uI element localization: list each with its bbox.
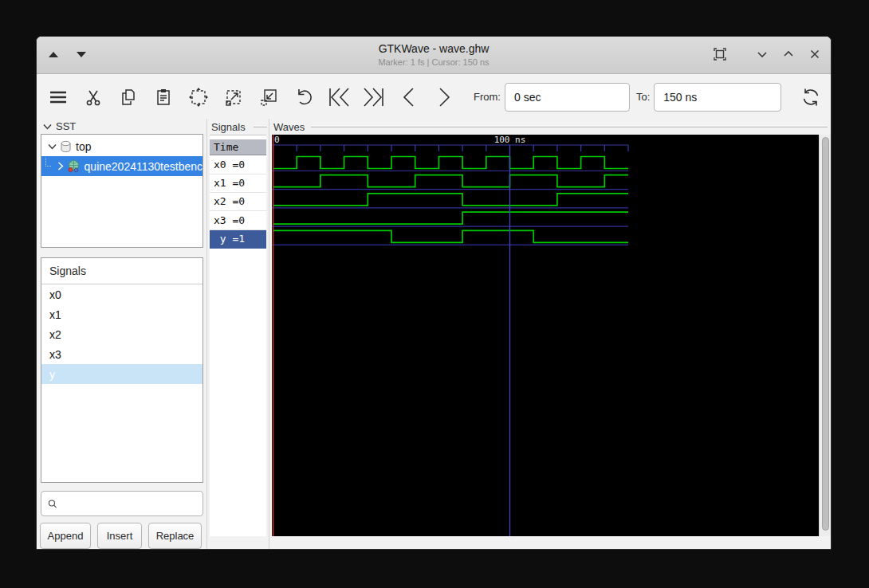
pane-splitter-right[interactable] — [269, 119, 269, 550]
svg-text:100 ns: 100 ns — [494, 135, 526, 145]
chevron-up-icon — [782, 48, 795, 61]
step-back-button[interactable] — [397, 84, 421, 111]
svg-text:0: 0 — [274, 135, 280, 145]
wave-vertical-scrollbar[interactable] — [819, 135, 831, 536]
go-to-start-button[interactable] — [327, 84, 351, 111]
chevron-left-icon — [399, 86, 419, 108]
tree-guide-lines — [45, 158, 51, 167]
tree-item-testbench[interactable]: quine20241130testbenc — [41, 156, 203, 176]
values-frame-line — [254, 127, 267, 127]
copy-button[interactable] — [116, 84, 140, 111]
signal-item-x0[interactable]: x0 — [41, 284, 203, 304]
tree-item-top[interactable]: top — [41, 136, 203, 156]
cut-button[interactable] — [81, 84, 105, 111]
paste-button[interactable] — [151, 84, 175, 111]
main-content: SST top — [37, 119, 831, 550]
go-to-end-icon — [362, 86, 386, 108]
signal-item-y[interactable]: y — [41, 364, 203, 384]
values-frame-label: Signals — [211, 121, 246, 133]
window-controls — [712, 46, 823, 62]
close-button[interactable] — [807, 46, 823, 62]
expander-open-icon[interactable] — [46, 143, 57, 150]
pane-splitter-left[interactable] — [206, 119, 207, 550]
paste-icon — [153, 87, 174, 108]
value-row-y[interactable]: y =1 — [210, 230, 266, 249]
undo-button[interactable] — [292, 84, 316, 111]
chevron-right-icon — [434, 86, 454, 108]
tree-item-label: top — [76, 140, 91, 153]
signal-list: Signals x0 x1 x2 x3 y — [41, 257, 203, 483]
from-input[interactable] — [505, 83, 630, 112]
sst-header[interactable]: SST — [43, 120, 76, 132]
go-to-end-button[interactable] — [362, 84, 386, 111]
wave-vertical-scrollbar-thumb[interactable] — [822, 137, 829, 531]
instance-icon — [67, 159, 81, 173]
zoom-fit-icon — [187, 86, 210, 108]
zoom-out-icon — [258, 86, 280, 108]
copy-icon — [118, 87, 139, 108]
zoom-out-button[interactable] — [257, 84, 281, 111]
sst-tree: top quine20241130testbenc — [41, 134, 203, 248]
search-icon — [48, 498, 57, 510]
zoom-in-icon — [222, 86, 245, 108]
wave-canvas[interactable]: 0100 ns — [272, 135, 819, 536]
undo-icon — [293, 86, 315, 108]
value-row-x1[interactable]: x1 =0 — [210, 174, 266, 193]
waves-frame-line — [311, 127, 828, 127]
value-row-x0[interactable]: x0 =0 — [210, 156, 266, 174]
step-forward-button[interactable] — [432, 84, 456, 111]
replace-button[interactable]: Replace — [148, 523, 202, 549]
tree-item-label: quine20241130testbenc — [85, 160, 203, 173]
close-icon — [808, 48, 821, 61]
signal-item-x3[interactable]: x3 — [41, 344, 203, 364]
waveform-plot[interactable]: 0100 ns — [272, 135, 819, 536]
menu-icon — [47, 87, 69, 108]
insert-button[interactable]: Insert — [97, 523, 142, 549]
gtkwave-window: GTKWave - wave.ghw Marker: 1 fs | Cursor… — [36, 36, 832, 550]
append-button[interactable]: Append — [40, 523, 91, 549]
value-row-x2[interactable]: x2 =0 — [210, 193, 266, 211]
reload-icon — [800, 86, 822, 108]
to-input[interactable] — [654, 83, 781, 112]
search-input[interactable] — [62, 492, 203, 515]
from-label: From: — [474, 91, 501, 103]
zoom-fit-button[interactable] — [187, 84, 210, 111]
fullscreen-icon — [713, 47, 727, 61]
menu-button[interactable] — [46, 84, 70, 111]
signal-item-x2[interactable]: x2 — [41, 324, 203, 344]
waves-frame-label: Waves — [273, 121, 305, 133]
zoom-in-button[interactable] — [222, 84, 246, 111]
values-panel: Time x0 =0 x1 =0 x2 =0 x3 =0 y =1 — [210, 135, 266, 536]
signal-list-header: Signals — [41, 258, 203, 284]
chevron-down-icon — [43, 123, 52, 130]
fullscreen-button[interactable] — [712, 46, 728, 62]
to-label: To: — [636, 91, 650, 103]
titlebar: GTKWave - wave.ghw Marker: 1 fs | Cursor… — [37, 37, 831, 74]
signal-item-x1[interactable]: x1 — [41, 304, 203, 324]
minimize-button[interactable] — [754, 46, 770, 62]
sst-label: SST — [56, 120, 76, 132]
chevron-down-icon — [756, 48, 769, 61]
module-icon — [60, 140, 72, 153]
maximize-button[interactable] — [781, 46, 796, 62]
value-row-x3[interactable]: x3 =0 — [210, 212, 266, 230]
time-header[interactable]: Time — [210, 139, 266, 155]
cut-icon — [83, 87, 104, 108]
expander-closed-icon[interactable] — [56, 162, 64, 171]
reload-button[interactable] — [799, 84, 823, 111]
go-to-start-icon — [327, 86, 351, 108]
signal-search-box[interactable] — [41, 491, 203, 516]
toolbar: From: To: — [37, 75, 831, 119]
